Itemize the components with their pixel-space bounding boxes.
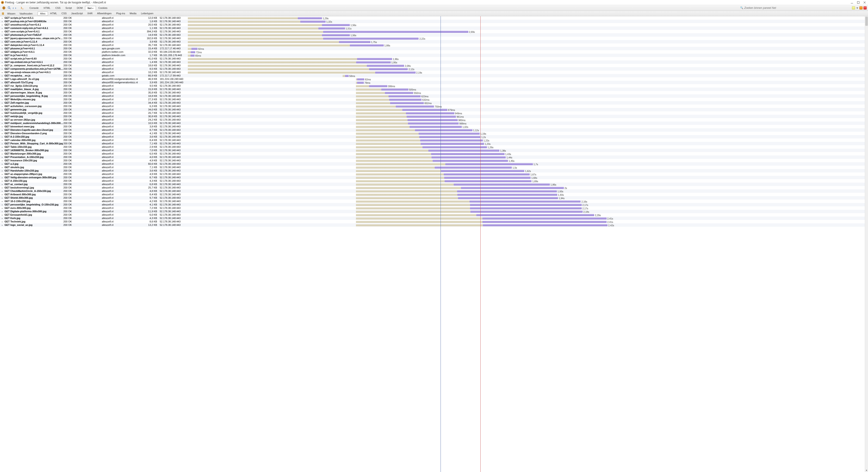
- history-back-button[interactable]: ‹: [12, 6, 14, 10]
- panel-tab-script[interactable]: Script: [63, 6, 74, 10]
- filter-tab-xhr[interactable]: XHR: [85, 11, 95, 15]
- search-field-wrapper: 🔍: [740, 6, 849, 9]
- panel-tab-cookies[interactable]: Cookies: [96, 6, 110, 10]
- window-maximize-button[interactable]: [857, 1, 859, 4]
- history-forward-button[interactable]: ›: [15, 6, 17, 10]
- firebug-menu-button[interactable]: [1, 6, 6, 10]
- filter-tab-media[interactable]: Media: [127, 11, 139, 15]
- net-sub-toolbar: Wissen Vasthouden AllesHTMLCSSJavaScript…: [0, 11, 868, 16]
- filter-tab-lettertypen[interactable]: Lettertypen: [139, 11, 156, 15]
- filter-tab-html[interactable]: HTML: [48, 11, 59, 15]
- window-minimize-button[interactable]: [851, 1, 853, 4]
- panel-tab-net[interactable]: Net: [85, 6, 96, 10]
- panel-tab-css[interactable]: CSS: [53, 6, 63, 10]
- command-line-button[interactable]: [20, 6, 25, 10]
- panel-tab-html[interactable]: HTML: [41, 6, 53, 10]
- filter-tab-plug-ins[interactable]: Plug-ins: [114, 11, 127, 15]
- clear-button[interactable]: Wissen: [6, 12, 17, 15]
- window-close-button[interactable]: [864, 1, 866, 4]
- deactivate-button[interactable]: [859, 6, 863, 9]
- main-toolbar: ‹ › ConsoleHTMLCSSScriptDOMNetCookies 🔍 …: [0, 5, 868, 11]
- window-titlebar: Firebug - Langer en beter zelfstandig wo…: [0, 0, 868, 5]
- firebug-icon: [1, 1, 4, 4]
- panel-tab-console[interactable]: Console: [27, 6, 41, 10]
- search-input[interactable]: [744, 6, 849, 9]
- filter-tab-alles[interactable]: Alles: [37, 11, 48, 15]
- panel-tab-dom[interactable]: DOM: [74, 6, 85, 10]
- filter-tabs: AllesHTMLCSSJavaScriptXHRAfbeeldingenPlu…: [37, 11, 156, 15]
- inspect-button[interactable]: [7, 6, 12, 10]
- svg-rect-3: [8, 6, 10, 8]
- search-icon: 🔍: [740, 6, 743, 9]
- filter-tab-javascript[interactable]: JavaScript: [69, 11, 85, 15]
- detach-button[interactable]: ▾: [856, 6, 859, 10]
- pause-icon[interactable]: [1, 12, 4, 15]
- close-panel-button[interactable]: [864, 6, 867, 9]
- minimize-panel-button[interactable]: [852, 6, 855, 9]
- window-title: Firebug - Langer en beter zelfstandig wo…: [5, 1, 851, 4]
- filter-tab-afbeeldingen[interactable]: Afbeeldingen: [95, 11, 114, 15]
- panel-tabs: ConsoleHTMLCSSScriptDOMNetCookies: [27, 6, 110, 10]
- persist-button[interactable]: Vasthouden: [18, 12, 34, 15]
- filter-tab-css[interactable]: CSS: [59, 11, 69, 15]
- svg-point-1: [2, 2, 3, 3]
